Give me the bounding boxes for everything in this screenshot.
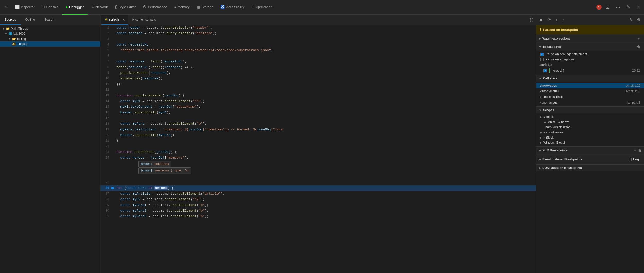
settings-button[interactable]: ⚙: [635, 17, 642, 23]
breakpoints-header[interactable]: ▼ Breakpoints 🗑: [536, 43, 644, 51]
callstack-promise-callback[interactable]: promise callback: [536, 94, 644, 100]
host-label: [::]::8000: [13, 32, 25, 35]
callstack-item-1-file: script.js:10: [626, 89, 640, 93]
log-checkbox[interactable]: [629, 158, 632, 161]
xhr-breakpoints-section: ▶ XHR Breakpoints ＋ 🗑: [536, 147, 644, 154]
scope-show-heroes[interactable]: ▶ ≡ showHeroes: [536, 130, 644, 135]
code-line-1: 1 const header = document.querySelector(…: [100, 25, 536, 31]
code-line-15: 15 myH1.textContent = jsonObj["squadName…: [100, 104, 536, 110]
settings-button[interactable]: ✎: [624, 3, 632, 11]
debug-right-actions: ✎ ⚙: [628, 17, 642, 23]
code-line-31: 31 const myPara3 = document.createElemen…: [100, 214, 536, 219]
nav-application[interactable]: ⊞ Application: [248, 0, 276, 15]
nav-accessibility[interactable]: ♿ Accessibility: [217, 0, 248, 15]
nav-inspector[interactable]: ⬜ Inspector: [12, 0, 38, 15]
delete-all-breakpoints-button[interactable]: 🗑: [636, 44, 641, 49]
file-tab-script-js[interactable]: ⚙ script.js ✕: [101, 15, 128, 25]
callstack-anonymous-1[interactable]: <anonymous> script.js:10: [536, 88, 644, 94]
callstack-item-0-name: showHeroes: [540, 84, 626, 87]
contentscript-tab-icon: ⚙: [131, 18, 134, 21]
tree-main-thread[interactable]: ▼ 📁 Main Thread: [0, 26, 100, 31]
nav-storage[interactable]: ▦ Storage: [193, 0, 217, 15]
callstack-anonymous-2[interactable]: <anonymous> script.js:8: [536, 100, 644, 105]
nav-console[interactable]: ⊡ Console: [38, 0, 62, 15]
file-tabs: ⚙ script.js ✕ ⚙ contentscript.js { }: [100, 15, 536, 25]
file-tab-contentscript[interactable]: ⚙ contentscript.js: [128, 15, 159, 25]
nav-performance-label: Performance: [148, 5, 167, 9]
tab-outline[interactable]: Outline: [21, 15, 40, 25]
center-panel: ⚙ script.js ✕ ⚙ contentscript.js { } 1 c…: [100, 15, 536, 273]
code-line-19: 19 myPara.textContent = `Hometown: ${jso…: [100, 127, 536, 132]
more-tools-button[interactable]: ⋯: [614, 3, 622, 11]
xhr-breakpoints-header[interactable]: ▶ XHR Breakpoints ＋ 🗑: [536, 147, 644, 154]
file-tree: ▼ 📁 Main Thread ▼ 🌐 [::]::8000 ▼ 📂 testi…: [0, 25, 100, 273]
nav-debugger[interactable]: ● Debugger: [62, 0, 88, 15]
xhr-expand-icon: ▶: [539, 149, 541, 152]
nav-memory[interactable]: ≡ Memory: [171, 0, 193, 15]
script-js-tab-close[interactable]: ✕: [122, 17, 125, 22]
close-devtools-button[interactable]: ✕: [634, 3, 642, 11]
step-over-button[interactable]: ↷: [546, 17, 552, 23]
callstack-header[interactable]: ▼ Call stack: [536, 75, 644, 82]
scopes-content: ▶ ≡ Block ▶ <this>: Window hero: (uninit…: [536, 113, 644, 146]
code-editor[interactable]: 1 const header = document.querySelector(…: [100, 25, 536, 273]
inline-tooltip-jsonobj: jsonObj: Response { type: "co: [138, 167, 191, 174]
xhr-actions: ＋ 🗑: [633, 148, 641, 153]
watch-expressions-header[interactable]: ▶ Watch expressions ＋: [536, 34, 644, 43]
callstack-section: ▼ Call stack showHeroes script.js:26 <an…: [536, 75, 644, 107]
code-line-26: 26 for (const hero of heroes) {: [100, 185, 536, 191]
contentscript-tab-label: contentscript.js: [135, 18, 156, 21]
code-line-30: 30 const myPara2 = document.createElemen…: [100, 208, 536, 214]
nav-debugger-label: Debugger: [69, 5, 84, 9]
step-out-button[interactable]: ↑: [561, 17, 566, 23]
pretty-print-button[interactable]: { }: [528, 17, 535, 22]
scopes-header[interactable]: ▼ Scopes: [536, 107, 644, 113]
callstack-expand-icon: ▼: [539, 77, 542, 80]
callstack-show-heroes[interactable]: showHeroes script.js:26: [536, 83, 644, 88]
sub-tabs: Sources Outline Search: [0, 15, 100, 25]
scope-window-global[interactable]: ▶ Window: Global: [536, 140, 644, 145]
nav-reload[interactable]: ↺: [2, 0, 12, 15]
bp-pause-exceptions-checkbox[interactable]: [540, 58, 544, 61]
tab-search[interactable]: Search: [40, 15, 59, 25]
code-line-10: 10 showHeroes(response);: [100, 76, 536, 81]
responsive-design-button[interactable]: ⊡: [604, 3, 612, 11]
delete-xhr-button[interactable]: 🗑: [638, 148, 641, 153]
nav-style-editor[interactable]: {} Style Editor: [111, 0, 139, 15]
tab-sources[interactable]: Sources: [0, 15, 21, 25]
event-listener-breakpoints-header[interactable]: ▶ Event Listener Breakpoints Log: [536, 154, 644, 164]
step-in-button[interactable]: ↓: [554, 17, 559, 23]
bp-location-checkbox[interactable]: ✓: [543, 69, 547, 72]
script-tab-js-icon: ⚙: [105, 18, 108, 21]
nav-application-label: Application: [256, 5, 272, 9]
bp-location-item[interactable]: ✓ heroes) { 26:22: [536, 68, 644, 74]
memory-icon: ≡: [174, 5, 176, 9]
top-nav: ↺ ⬜ Inspector ⊡ Console ● Debugger ⇅ Net…: [0, 0, 644, 15]
scope-this-window[interactable]: ▶ <this>: Window: [540, 120, 644, 125]
log-label: Log: [633, 158, 639, 161]
code-line-2: 2 const section = document.querySelector…: [100, 31, 536, 36]
bp-pause-debugger-checkbox[interactable]: ✓: [540, 53, 544, 56]
scope-block-2[interactable]: ▶ ≡ Block: [536, 135, 644, 140]
add-xhr-button[interactable]: ＋: [633, 148, 637, 153]
scope-hero[interactable]: hero: (uninitialized): [540, 125, 644, 130]
style-editor-icon: {}: [115, 5, 117, 9]
dom-mutation-header[interactable]: ▶ DOM Mutation Breakpoints: [536, 165, 644, 171]
nav-performance[interactable]: ⏱ Performance: [139, 0, 170, 15]
bp-actions: 🗑: [636, 44, 641, 49]
nav-network[interactable]: ⇅ Network: [88, 0, 111, 15]
log-checkbox-container[interactable]: Log: [626, 156, 641, 163]
bp-pause-debugger: ✓ Pause on debugger statement: [536, 52, 644, 57]
resume-button[interactable]: ▶: [538, 17, 544, 23]
tree-script-js[interactable]: JS script.js: [0, 41, 100, 47]
scope-block[interactable]: ▶ ≡ Block: [536, 114, 644, 120]
add-watch-button[interactable]: ＋: [636, 36, 641, 41]
code-line-29: 29 const myPara1 = document.createElemen…: [100, 202, 536, 208]
bp-pause-exceptions-label: Pause on exceptions: [546, 58, 574, 61]
error-badge[interactable]: 1: [596, 5, 602, 10]
edit-source-button[interactable]: ✎: [628, 17, 634, 23]
nav-network-label: Network: [95, 5, 108, 9]
callstack-item-3-file: script.js:8: [627, 101, 640, 104]
tree-host[interactable]: ▼ 🌐 [::]::8000: [0, 31, 100, 36]
tree-testing-folder[interactable]: ▼ 📂 testing: [0, 36, 100, 41]
